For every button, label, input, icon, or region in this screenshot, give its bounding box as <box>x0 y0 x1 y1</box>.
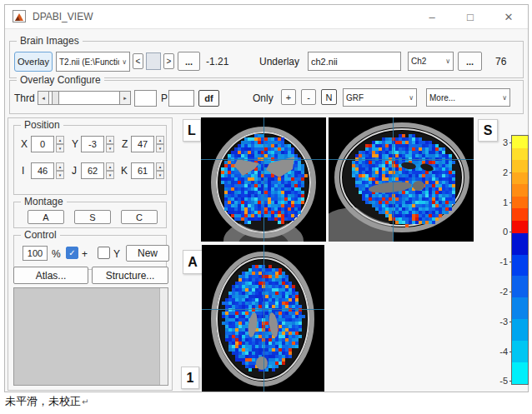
underlay-template-select[interactable]: Ch2 ∨ <box>408 52 454 71</box>
underlay-template-name: Ch2 <box>411 57 426 66</box>
montage-panel-label: Montage <box>21 196 67 207</box>
coronal-view[interactable] <box>201 117 326 242</box>
zoom-percent-field[interactable]: 100 <box>23 246 48 261</box>
colorbar-tick: -4 <box>499 347 508 357</box>
structure-listbox[interactable] <box>13 287 168 386</box>
spinner-up-icon[interactable]: ▴ <box>106 136 114 144</box>
dpabi-view-window: DPABI_VIEW – □ ✕ Brain Images Overlay T2… <box>4 4 529 392</box>
axial-view[interactable] <box>202 245 324 392</box>
caption-text: 未平滑，未校正↵ <box>5 394 88 409</box>
only-positive-button[interactable]: + <box>281 89 296 105</box>
check-icon: ✓ <box>68 248 75 257</box>
new-button[interactable]: New <box>126 245 169 262</box>
orientation-anterior-label: A <box>183 250 203 274</box>
colorbar-tick: 2 <box>503 167 508 177</box>
z-spinner[interactable]: ▴ ▾ <box>156 136 164 152</box>
maximize-button[interactable]: □ <box>451 5 489 28</box>
volume-index-field[interactable] <box>146 52 161 70</box>
colorbar-tick: 0 <box>503 227 508 237</box>
spinner-down-icon[interactable]: ▾ <box>106 144 114 152</box>
control-panel: Control 100 % ✓ + Y New <box>13 235 167 270</box>
sagittal-view[interactable] <box>329 117 474 242</box>
correction-method-select[interactable]: GRF ∨ <box>343 88 417 107</box>
slider-left-arrow-icon[interactable]: ◂ <box>38 92 49 104</box>
caption-label: 未平滑，未校正 <box>5 395 81 407</box>
spinner-down-icon[interactable]: ▾ <box>156 144 164 152</box>
minimize-button[interactable]: – <box>413 5 451 28</box>
position-panel-label: Position <box>21 119 63 131</box>
chevron-down-icon: ∨ <box>409 94 414 102</box>
overlay-browse-button[interactable]: ... <box>178 52 200 71</box>
prev-volume-button[interactable]: < <box>133 53 143 69</box>
montage-coronal-button[interactable]: C <box>121 210 158 224</box>
spinner-down-icon[interactable]: ▾ <box>156 171 164 179</box>
overlay-configure-panel-label: Overlay Configure <box>17 74 104 86</box>
spinner-down-icon[interactable]: ▾ <box>56 144 64 152</box>
j-field[interactable]: 62 <box>81 162 104 179</box>
montage-axial-button[interactable]: A <box>28 210 64 224</box>
next-volume-button[interactable]: > <box>163 53 174 69</box>
y-field[interactable]: -3 <box>81 136 104 152</box>
threshold-label: Thrd <box>14 92 35 104</box>
chevron-down-icon: ∨ <box>445 57 450 65</box>
listbox-scrollbar[interactable] <box>159 288 168 385</box>
spinner-up-icon[interactable]: ▴ <box>156 162 164 171</box>
window-controls: – □ ✕ <box>413 5 528 28</box>
p-label: P <box>161 92 168 104</box>
sidebar: Position X 0 ▴ ▾ Y -3 ▴ ▾ Z 47 ▴ ▾ <box>8 117 173 391</box>
close-button[interactable]: ✕ <box>489 5 528 28</box>
underlay-browse-button[interactable]: ... <box>458 52 482 71</box>
p-field[interactable] <box>168 90 194 107</box>
x-field[interactable]: 0 <box>31 136 54 152</box>
z-field[interactable]: 47 <box>131 136 154 152</box>
return-mark-icon: ↵ <box>82 397 88 407</box>
x-label: X <box>21 138 28 150</box>
n-button[interactable]: N <box>321 89 337 105</box>
spinner-up-icon[interactable]: ▴ <box>56 162 64 171</box>
orientation-left-label: L <box>183 119 201 142</box>
plus-checkbox[interactable]: ✓ <box>66 247 78 259</box>
window-title: DPABI_VIEW <box>33 11 93 22</box>
colorbar-tick: 3 <box>503 137 508 147</box>
i-label: I <box>22 165 24 177</box>
y-checkbox[interactable] <box>98 247 110 259</box>
underlay-voxel-value: 76 <box>495 56 506 67</box>
overlay-button[interactable]: Overlay <box>14 52 53 72</box>
i-field[interactable]: 46 <box>31 162 54 179</box>
chevron-down-icon: ∨ <box>122 58 127 66</box>
control-panel-label: Control <box>21 229 60 241</box>
spinner-down-icon[interactable]: ▾ <box>106 171 114 179</box>
overlay-voxel-value: -1.21 <box>206 56 228 67</box>
underlay-label: Underlay <box>259 56 299 67</box>
colorbar-tick: -1 <box>499 257 508 267</box>
plus-checkbox-label: + <box>82 248 88 260</box>
slice-number-label: 1 <box>181 367 199 389</box>
threshold-slider[interactable]: ◂ ▸ <box>38 91 131 105</box>
only-negative-button[interactable]: - <box>301 89 316 105</box>
df-button[interactable]: df <box>198 90 219 107</box>
colorbar-tick: -2 <box>499 287 508 297</box>
x-spinner[interactable]: ▴ ▾ <box>56 136 64 152</box>
title-bar: DPABI_VIEW – □ ✕ <box>5 5 528 29</box>
threshold-field[interactable] <box>134 90 157 107</box>
slider-thumb[interactable] <box>52 92 59 104</box>
correction-method-value: GRF <box>346 93 364 102</box>
y-spinner[interactable]: ▴ ▾ <box>106 136 114 152</box>
k-field[interactable]: 61 <box>131 162 154 179</box>
spinner-up-icon[interactable]: ▴ <box>106 162 114 171</box>
i-spinner[interactable]: ▴ ▾ <box>56 162 64 179</box>
montage-sagittal-button[interactable]: S <box>74 210 111 224</box>
slider-right-arrow-icon[interactable]: ▸ <box>119 92 130 104</box>
y-checkbox-label: Y <box>113 248 120 260</box>
structure-button[interactable]: Structure... <box>92 267 168 284</box>
spinner-up-icon[interactable]: ▴ <box>156 136 164 144</box>
more-menu-select[interactable]: More... ∨ <box>426 88 510 107</box>
overlay-file-select[interactable]: T2.nii (E:\Function... ∨ <box>56 52 130 72</box>
atlas-button[interactable]: Atlas... <box>13 267 88 284</box>
j-spinner[interactable]: ▴ ▾ <box>106 162 114 179</box>
z-label: Z <box>122 138 128 150</box>
underlay-file-input[interactable]: ch2.nii <box>308 52 401 71</box>
spinner-up-icon[interactable]: ▴ <box>56 136 64 144</box>
k-spinner[interactable]: ▴ ▾ <box>156 162 164 179</box>
spinner-down-icon[interactable]: ▾ <box>56 171 64 179</box>
